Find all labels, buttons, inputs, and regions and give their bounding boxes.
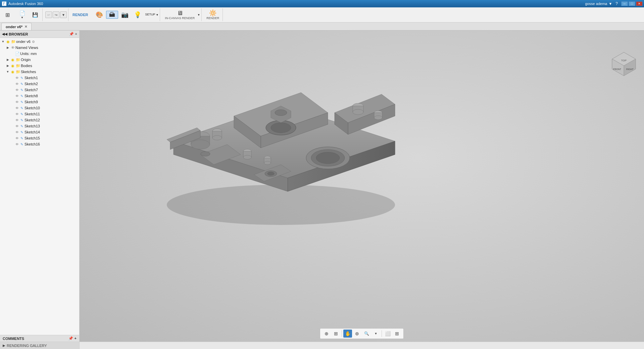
sketch-9-eye[interactable]: 👁 bbox=[15, 130, 19, 134]
save-button[interactable]: 💾 bbox=[29, 11, 41, 18]
sketch-9-icon: ✎ bbox=[19, 129, 24, 135]
named-views-icon: 👁 bbox=[10, 45, 15, 50]
display2-button[interactable]: ⬜ bbox=[383, 330, 392, 338]
named-views-item[interactable]: ▶ 👁 Named Views bbox=[0, 45, 79, 51]
app-title: Autodesk Fusion 360 bbox=[8, 2, 43, 6]
sketch-item-3[interactable]: ▶ 👁 ✎ Sketch8 bbox=[0, 93, 79, 99]
user-dropdown-icon[interactable]: ▼ bbox=[608, 2, 612, 6]
new-file-button[interactable]: 📄▼ bbox=[16, 10, 28, 20]
origin-item[interactable]: ▶ ◉ 📁 Origin bbox=[0, 57, 79, 63]
sketch-item-1[interactable]: ▶ 👁 ✎ Sketch2 bbox=[0, 81, 79, 87]
sketch-1-eye[interactable]: 👁 bbox=[15, 82, 19, 86]
sketch-item-11[interactable]: ▶ 👁 ✎ Sketch16 bbox=[0, 141, 79, 147]
sketch-2-eye[interactable]: 👁 bbox=[15, 88, 19, 92]
root-arrow[interactable]: ▼ bbox=[1, 40, 5, 43]
sketch-item-10[interactable]: ▶ 👁 ✎ Sketch15 bbox=[0, 135, 79, 141]
minimize-button[interactable]: ─ bbox=[621, 1, 628, 6]
svg-point-33 bbox=[374, 116, 382, 120]
sketch-6-eye[interactable]: 👁 bbox=[15, 112, 19, 116]
sketch-10-eye[interactable]: 👁 bbox=[15, 136, 19, 140]
sketch-item-9[interactable]: ▶ 👁 ✎ Sketch14 bbox=[0, 129, 79, 135]
zoom-dropdown-button[interactable]: ▼ bbox=[371, 330, 380, 338]
render-section: 🔆 RENDER bbox=[203, 8, 223, 21]
camera-button[interactable]: 📷 bbox=[119, 11, 131, 18]
render-mode-label[interactable]: RENDER bbox=[70, 13, 91, 17]
sketch-1-arrow: ▶ bbox=[11, 82, 15, 85]
sketch-item-0[interactable]: ▶ 👁 ✎ Sketch1 bbox=[0, 75, 79, 81]
grid-menu-button[interactable]: ⊞ bbox=[1, 11, 13, 19]
render-button[interactable]: 🔆 RENDER bbox=[204, 9, 221, 20]
origin-arrow[interactable]: ▶ bbox=[5, 58, 10, 61]
help-button[interactable]: ? bbox=[615, 1, 618, 6]
named-views-arrow[interactable]: ▶ bbox=[5, 46, 10, 49]
tree-root-item[interactable]: ▼ ◉ 📁 onder v6 ⚙ bbox=[0, 39, 79, 45]
grid-fit-button[interactable]: ⊕ bbox=[322, 330, 331, 338]
close-button[interactable]: ✕ bbox=[636, 1, 643, 6]
sketch-item-2[interactable]: ▶ 👁 ✎ Sketch7 bbox=[0, 87, 79, 93]
rendering-gallery-panel[interactable]: ▶ RENDERING GALLERY bbox=[0, 342, 80, 349]
pan-button[interactable]: ✋ bbox=[343, 330, 352, 338]
named-views-label: Named Views bbox=[15, 46, 38, 50]
viewport[interactable]: TOP RIGHT FRONT bbox=[80, 31, 644, 349]
grid-button[interactable]: ⊞ bbox=[393, 330, 401, 338]
sketch-0-icon: ✎ bbox=[19, 75, 24, 80]
sketches-item[interactable]: ▼ ◉ 📁 Sketches bbox=[0, 69, 79, 75]
sketch-item-4[interactable]: ▶ 👁 ✎ Sketch9 bbox=[0, 99, 79, 105]
sketch-item-8[interactable]: ▶ 👁 ✎ Sketch13 bbox=[0, 123, 79, 129]
browser-header: ◀◀ BROWSER 📌 + bbox=[0, 31, 79, 38]
browser-pin-icon[interactable]: 📌 bbox=[69, 32, 74, 36]
sketches-icon1: ◉ bbox=[10, 69, 15, 74]
browser-collapse-icon[interactable]: ◀◀ bbox=[2, 32, 7, 36]
appearance-icon: 🎨 bbox=[96, 12, 103, 18]
comments-panel[interactable]: COMMENTS 📌 + bbox=[0, 335, 80, 342]
display-mode-button[interactable]: ⊞ bbox=[332, 330, 340, 338]
sketches-icon2: 📁 bbox=[15, 69, 21, 74]
in-canvas-dropdown-icon[interactable]: ▼ bbox=[197, 13, 200, 16]
scene-button[interactable]: 🏔 bbox=[106, 11, 118, 19]
bodies-item[interactable]: ▶ ◉ 📁 Bodies bbox=[0, 63, 79, 69]
toolbar-separator-2 bbox=[382, 330, 382, 337]
sketch-4-eye[interactable]: 👁 bbox=[15, 100, 19, 104]
sketch-5-eye[interactable]: 👁 bbox=[15, 106, 19, 110]
sketch-0-eye[interactable]: 👁 bbox=[15, 76, 19, 80]
redo-button[interactable]: ↪ bbox=[53, 11, 59, 18]
svg-point-36 bbox=[316, 152, 340, 164]
sketch-3-eye[interactable]: 👁 bbox=[15, 94, 19, 98]
sidebar: ◀◀ BROWSER 📌 + ▼ ◉ 📁 onder v6 ⚙ ▶ 👁 Name bbox=[0, 31, 80, 349]
toolbar-separator-1 bbox=[342, 330, 342, 337]
sketch-item-6[interactable]: ▶ 👁 ✎ Sketch11 bbox=[0, 111, 79, 117]
svg-text:RIGHT: RIGHT bbox=[626, 68, 634, 70]
user-display: gosse adema ▼ bbox=[585, 2, 612, 6]
sketch-7-eye[interactable]: 👁 bbox=[15, 118, 19, 122]
history-dropdown[interactable]: ▼ bbox=[60, 11, 67, 18]
main-layout: ◀◀ BROWSER 📌 + ▼ ◉ 📁 onder v6 ⚙ ▶ 👁 Name bbox=[0, 31, 644, 349]
sketch-4-arrow: ▶ bbox=[11, 100, 15, 104]
tab-name: onder v6* bbox=[6, 25, 22, 29]
browser-expand-icon[interactable]: + bbox=[75, 32, 77, 36]
appearance-button[interactable]: 🎨 bbox=[93, 11, 105, 18]
comments-pin-icon[interactable]: 📌 bbox=[68, 336, 73, 341]
sketch-11-eye[interactable]: 👁 bbox=[15, 142, 19, 146]
sketch-item-7[interactable]: ▶ 👁 ✎ Sketch12 bbox=[0, 117, 79, 123]
lights-button[interactable]: 💡 bbox=[132, 11, 144, 18]
maximize-button[interactable]: □ bbox=[629, 1, 635, 6]
units-item[interactable]: ▶ 📄 Units: mm bbox=[0, 51, 79, 57]
units-arrow: ▶ bbox=[10, 52, 15, 55]
sketch-1-label: Sketch2 bbox=[24, 82, 38, 86]
bodies-arrow[interactable]: ▶ bbox=[5, 64, 10, 67]
in-canvas-render-button[interactable]: 🖥 IN-CANVAS RENDER bbox=[163, 9, 197, 20]
sketch-item-5[interactable]: ▶ 👁 ✎ Sketch10 bbox=[0, 105, 79, 111]
tab-close-button[interactable]: ✕ bbox=[24, 25, 27, 28]
zoom-button[interactable]: 🔍 bbox=[362, 330, 371, 338]
svg-text:FRONT: FRONT bbox=[613, 68, 622, 70]
sketch-9-label: Sketch14 bbox=[24, 130, 40, 134]
orbit-button[interactable]: ⊛ bbox=[353, 330, 361, 338]
undo-button[interactable]: ↩ bbox=[45, 11, 52, 18]
active-tab[interactable]: onder v6* ✕ bbox=[1, 23, 32, 30]
sketches-arrow[interactable]: ▼ bbox=[5, 70, 10, 73]
root-settings-icon[interactable]: ⚙ bbox=[32, 40, 35, 44]
setup-dropdown-icon[interactable]: ▼ bbox=[156, 13, 158, 16]
comments-expand-icon[interactable]: + bbox=[75, 336, 77, 341]
viewcube[interactable]: TOP RIGHT FRONT bbox=[610, 51, 637, 77]
sketch-8-eye[interactable]: 👁 bbox=[15, 124, 19, 128]
